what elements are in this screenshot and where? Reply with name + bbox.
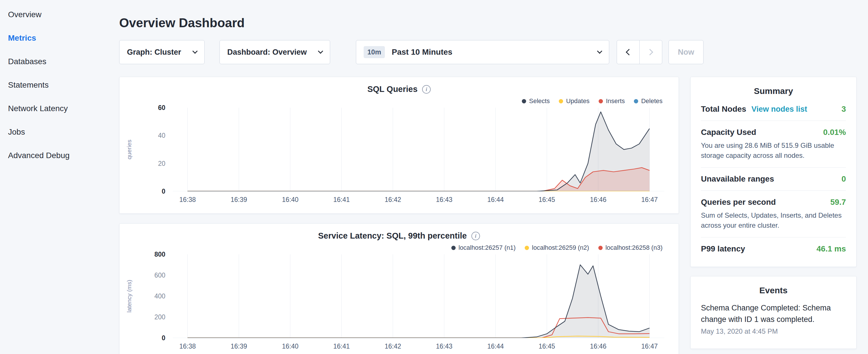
- chevron-down-icon: [318, 49, 323, 54]
- y-axis-tick: 60: [158, 104, 165, 112]
- capacity-used-label: Capacity Used: [701, 128, 756, 137]
- event-list-item[interactable]: Schema Change Completed: Schema change w…: [701, 297, 846, 342]
- now-button[interactable]: Now: [669, 40, 704, 64]
- x-axis-tick: 16:45: [539, 196, 555, 204]
- view-nodes-list-link[interactable]: View nodes list: [751, 105, 807, 114]
- legend-label: Deletes: [641, 97, 662, 105]
- legend-item-updates[interactable]: Updates: [559, 97, 589, 105]
- chart-title: SQL Queries: [367, 85, 417, 94]
- x-axis-tick: 16:47: [641, 196, 658, 204]
- chevron-down-icon: [597, 49, 602, 54]
- y-axis-tick: 600: [154, 271, 165, 279]
- time-range-dropdown[interactable]: 10m Past 10 Minutes: [356, 40, 609, 64]
- summary-section-capacity: Capacity Used 0.01% You are using 28.6 M…: [701, 121, 846, 167]
- main-content: Overview Dashboard Graph: Cluster Dashbo…: [119, 0, 868, 354]
- x-axis-tick: 16:46: [590, 196, 607, 204]
- summary-section-qps: Queries per second 59.7 Sum of Selects, …: [701, 191, 846, 237]
- qps-value: 59.7: [831, 198, 846, 207]
- capacity-used-value: 0.01%: [823, 128, 846, 137]
- legend-dot: [451, 246, 456, 250]
- x-axis-tick: 16:43: [436, 196, 453, 204]
- y-axis-label: latency (ms): [126, 267, 133, 325]
- legend-label: Updates: [566, 97, 589, 105]
- legend-dot: [598, 246, 602, 250]
- sidebar-item-metrics[interactable]: Metrics: [8, 34, 119, 42]
- sidebar-item-advanced-debug[interactable]: Advanced Debug: [8, 151, 119, 160]
- chart-canvas[interactable]: [173, 254, 664, 338]
- legend-item-n3[interactable]: localhost:26258 (n3): [598, 244, 662, 252]
- legend-label: localhost:26258 (n3): [606, 244, 662, 252]
- x-axis-tick: 16:38: [179, 196, 196, 204]
- x-axis-tick: 16:41: [333, 343, 350, 350]
- y-axis-tick: 200: [154, 313, 165, 321]
- legend-label: localhost:26259 (n2): [532, 244, 589, 252]
- total-nodes-value: 3: [841, 104, 846, 114]
- dashboard-label: Dashboard: Overview: [227, 48, 307, 57]
- x-axis-tick: 16:39: [231, 343, 247, 350]
- page-title: Overview Dashboard: [119, 15, 857, 30]
- chevron-left-icon: [626, 49, 632, 56]
- legend-item-inserts[interactable]: Inserts: [599, 97, 625, 105]
- chart-plot-area: queries 16:3816:3916:4016:4116:4216:4316…: [173, 108, 664, 191]
- event-message: Schema Change Completed: Schema change w…: [701, 302, 846, 325]
- chart-canvas[interactable]: [173, 108, 664, 191]
- y-axis-tick: 0: [162, 188, 165, 195]
- right-column: Summary Total Nodes View nodes list 3 Ca…: [690, 77, 857, 354]
- time-range-label: Past 10 Minutes: [392, 47, 453, 57]
- x-axis-tick: 16:40: [282, 196, 299, 204]
- p99-latency-label: P99 latency: [701, 244, 745, 254]
- x-axis-tick: 16:39: [231, 196, 247, 204]
- sidebar-item-overview[interactable]: Overview: [8, 10, 119, 19]
- summary-section-total-nodes: Total Nodes View nodes list 3: [701, 98, 846, 121]
- graph-scope-label: Graph: Cluster: [127, 48, 181, 57]
- x-axis-tick: 16:43: [436, 343, 453, 350]
- charts-column: SQL Queries i Selects Updates: [119, 77, 679, 354]
- info-icon[interactable]: i: [471, 232, 480, 240]
- sidebar-item-network-latency[interactable]: Network Latency: [8, 104, 119, 113]
- legend-item-n1[interactable]: localhost:26257 (n1): [451, 244, 516, 252]
- y-axis-tick: 40: [158, 132, 165, 139]
- x-axis-tick: 16:46: [590, 343, 607, 350]
- info-icon[interactable]: i: [422, 85, 431, 94]
- legend-item-deletes[interactable]: Deletes: [634, 97, 662, 105]
- legend-dot: [599, 99, 603, 103]
- x-axis-tick: 16:45: [539, 343, 555, 350]
- sidebar-item-databases[interactable]: Databases: [8, 57, 119, 66]
- capacity-used-description: You are using 28.6 MiB of 515.9 GiB usab…: [701, 140, 846, 160]
- dashboard-dropdown[interactable]: Dashboard: Overview: [219, 40, 330, 64]
- event-timestamp: May 13, 2020 at 4:45 PM: [701, 327, 846, 335]
- legend-dot: [522, 99, 526, 103]
- sidebar-nav: Overview Metrics Databases Statements Ne…: [0, 0, 119, 354]
- legend-item-n2[interactable]: localhost:26259 (n2): [525, 244, 589, 252]
- chart-legend: localhost:26257 (n1) localhost:26259 (n2…: [130, 244, 662, 252]
- x-axis-tick: 16:41: [333, 196, 350, 204]
- legend-label: Inserts: [606, 97, 625, 105]
- qps-label: Queries per second: [701, 198, 776, 207]
- sidebar-item-statements[interactable]: Statements: [8, 81, 119, 89]
- qps-description: Sum of Selects, Updates, Inserts, and De…: [701, 210, 846, 230]
- summary-panel: Summary Total Nodes View nodes list 3 Ca…: [690, 77, 857, 267]
- unavailable-ranges-label: Unavailable ranges: [701, 174, 774, 184]
- time-range-badge: 10m: [364, 46, 385, 58]
- sidebar-item-jobs[interactable]: Jobs: [8, 128, 119, 136]
- legend-item-selects[interactable]: Selects: [522, 97, 550, 105]
- y-axis-label: queries: [126, 121, 133, 178]
- summary-section-p99: P99 latency 46.1 ms: [701, 237, 846, 260]
- y-axis-tick: 800: [154, 251, 165, 258]
- content-row: SQL Queries i Selects Updates: [119, 77, 857, 354]
- x-axis-tick: 16:42: [384, 196, 401, 204]
- y-axis-tick: 0: [162, 334, 165, 342]
- legend-dot: [559, 99, 563, 103]
- time-forward-button[interactable]: [639, 40, 662, 64]
- time-back-button[interactable]: [617, 40, 640, 64]
- time-pager: [617, 40, 662, 64]
- summary-section-unavailable-ranges: Unavailable ranges 0: [701, 167, 846, 191]
- graph-scope-dropdown[interactable]: Graph: Cluster: [119, 40, 205, 64]
- x-axis-tick: 16:38: [179, 343, 196, 350]
- events-panel: Events Schema Change Completed: Schema c…: [690, 276, 857, 349]
- chart-title: Service Latency: SQL, 99th percentile: [318, 231, 467, 240]
- total-nodes-label: Total Nodes: [701, 104, 746, 114]
- events-title: Events: [701, 286, 846, 295]
- chart-plot-area: latency (ms) 16:3816:3916:4016:4116:4216…: [173, 254, 664, 338]
- x-axis-tick: 16:44: [487, 343, 504, 350]
